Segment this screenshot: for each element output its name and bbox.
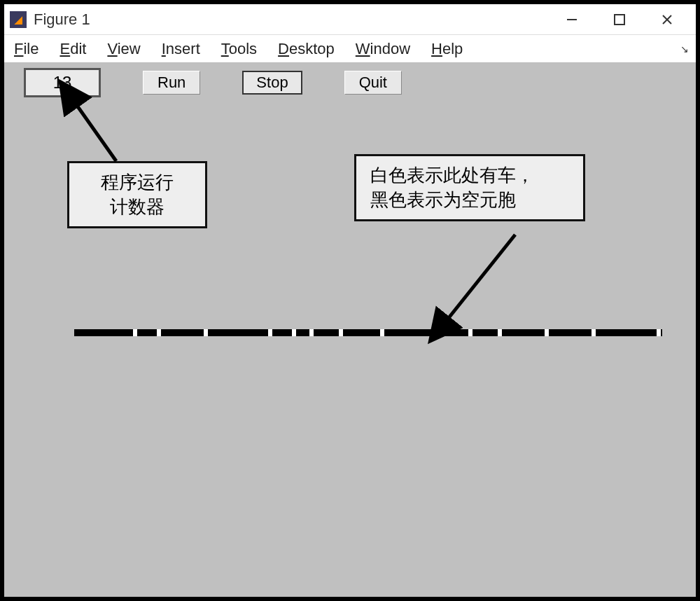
stop-button[interactable]: Stop xyxy=(242,71,302,95)
menu-tools[interactable]: Tools xyxy=(221,40,257,58)
annotation-legend-line1: 白色表示此处有车， xyxy=(370,163,569,188)
menu-help[interactable]: Help xyxy=(431,40,463,58)
window-controls xyxy=(561,9,690,30)
car-cell xyxy=(157,329,161,336)
annotation-legend: 白色表示此处有车， 黑色表示为空元胞 xyxy=(354,154,585,221)
outer-frame: ◢ Figure 1 File Edit View Insert Tools D… xyxy=(0,0,700,601)
menubar: File Edit View Insert Tools Desktop Wind… xyxy=(4,35,696,63)
car-cell xyxy=(339,329,343,336)
arrow-to-lane xyxy=(431,231,543,336)
car-cell xyxy=(309,329,314,336)
car-cell xyxy=(268,329,272,336)
car-cell xyxy=(498,329,502,336)
toolbar-overflow-icon[interactable]: ↘ xyxy=(680,43,689,55)
menu-file[interactable]: File xyxy=(14,40,38,58)
simulation-lane xyxy=(74,329,662,336)
minimize-icon xyxy=(566,14,578,25)
figure-window: ◢ Figure 1 File Edit View Insert Tools D… xyxy=(4,4,696,597)
maximize-icon xyxy=(614,14,625,25)
run-button[interactable]: Run xyxy=(143,71,200,95)
arrow-to-counter xyxy=(46,91,144,168)
svg-line-4 xyxy=(74,102,116,161)
svg-rect-1 xyxy=(615,15,624,25)
quit-button[interactable]: Quit xyxy=(344,71,402,95)
annotation-counter-line2: 计数器 xyxy=(83,195,191,219)
matlab-icon: ◢ xyxy=(10,11,27,28)
annotation-legend-line2: 黑色表示为空元胞 xyxy=(370,188,569,212)
close-button[interactable] xyxy=(657,9,678,30)
car-cell xyxy=(468,329,472,336)
close-icon xyxy=(662,14,673,25)
annotation-counter: 程序运行 计数器 xyxy=(67,161,207,228)
window-title: Figure 1 xyxy=(34,11,561,29)
minimize-button[interactable] xyxy=(561,9,582,30)
menu-window[interactable]: Window xyxy=(356,40,410,58)
car-cell xyxy=(545,329,549,336)
menu-view[interactable]: View xyxy=(107,40,140,58)
car-cell xyxy=(380,329,384,336)
annotation-counter-line1: 程序运行 xyxy=(83,170,191,195)
car-cell xyxy=(657,329,661,336)
car-cell xyxy=(204,329,208,336)
menu-desktop[interactable]: Desktop xyxy=(278,40,335,58)
titlebar: ◢ Figure 1 xyxy=(4,4,696,35)
car-cell xyxy=(133,329,137,336)
svg-line-5 xyxy=(445,235,515,322)
car-cell xyxy=(592,329,596,336)
menu-insert[interactable]: Insert xyxy=(162,40,200,58)
maximize-button[interactable] xyxy=(609,9,630,30)
car-cell xyxy=(292,329,296,336)
figure-content: 程序运行 计数器 白色表示此处有车， 黑色表示为空元胞 xyxy=(4,98,696,597)
menu-edit[interactable]: Edit xyxy=(59,40,86,58)
